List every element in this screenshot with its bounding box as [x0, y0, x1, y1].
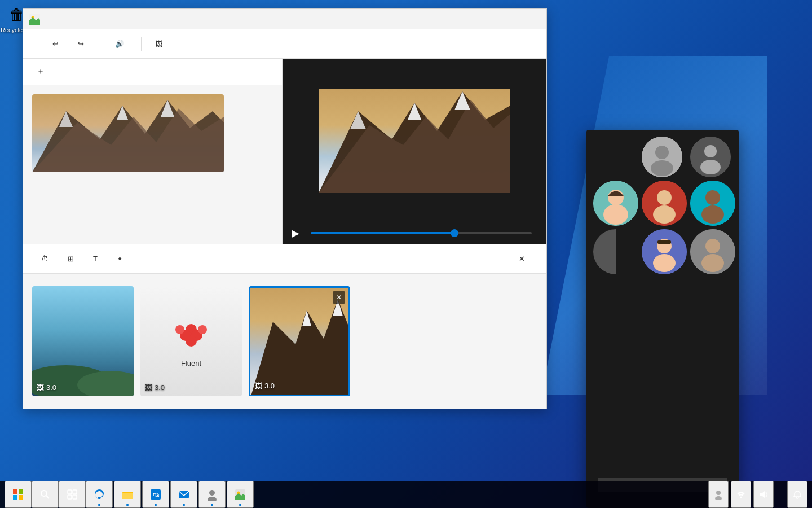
- separator-2: [141, 37, 142, 51]
- svg-rect-58: [73, 495, 77, 499]
- panel-header: ＋: [23, 59, 282, 85]
- content-area: ＋: [23, 59, 546, 244]
- right-panel: ▶: [283, 59, 546, 244]
- duration-icon: ⏱: [41, 255, 48, 263]
- undo-button[interactable]: ↩: [46, 36, 69, 51]
- app-icon: [29, 14, 40, 25]
- svg-point-37: [657, 190, 672, 205]
- start-button[interactable]: [5, 481, 32, 508]
- task-view-button[interactable]: [59, 481, 86, 508]
- volume-icon[interactable]: [753, 481, 774, 508]
- svg-point-41: [701, 205, 724, 224]
- taskbar: 🛍: [0, 481, 812, 508]
- remove-button[interactable]: ✕: [512, 251, 535, 266]
- photos-button[interactable]: [227, 481, 254, 508]
- people-button[interactable]: [198, 481, 226, 508]
- avatar-cyan: [690, 181, 735, 226]
- preview-area: [283, 59, 546, 222]
- svg-rect-52: [19, 495, 23, 500]
- add-photos-button[interactable]: ＋: [32, 64, 52, 79]
- filmstrip: 🖼 3.0 Fluent: [23, 273, 546, 409]
- export-icon: 🖼: [155, 40, 162, 48]
- svg-point-22: [198, 325, 207, 334]
- svg-point-20: [186, 335, 197, 347]
- search-button[interactable]: [32, 481, 59, 508]
- svg-rect-45: [657, 240, 671, 244]
- main-thumbnail[interactable]: [32, 94, 224, 172]
- taskbar-apps: 🛍: [86, 481, 708, 508]
- export-button[interactable]: 🖼: [148, 36, 173, 51]
- left-panel: ＋: [23, 59, 283, 244]
- svg-point-69: [715, 496, 722, 500]
- avatar-group-partial: [593, 229, 616, 274]
- svg-point-53: [41, 491, 47, 496]
- people-taskbar-icon[interactable]: [708, 481, 729, 508]
- svg-point-31: [704, 145, 717, 157]
- svg-point-64: [209, 490, 215, 496]
- svg-point-35: [603, 204, 628, 225]
- scrubber-thumb[interactable]: [451, 229, 458, 237]
- playback-bar: ▶: [283, 222, 546, 244]
- toolbar: ↩ ↪ 🔊 🖼: [23, 29, 546, 59]
- svg-rect-60: [122, 493, 133, 499]
- music-button[interactable]: 🔊: [108, 36, 134, 51]
- avatar-group-2: [690, 229, 735, 274]
- redo-button[interactable]: ↪: [71, 36, 94, 51]
- svg-point-32: [700, 160, 721, 174]
- title-bar: [23, 9, 546, 29]
- text-button[interactable]: T: [86, 251, 108, 266]
- taskbar-clock[interactable]: [776, 481, 785, 508]
- filmstrip-duration-1: 🖼 3.0: [37, 383, 56, 392]
- svg-point-68: [716, 491, 721, 495]
- store-button[interactable]: 🛍: [142, 481, 169, 508]
- svg-point-70: [740, 497, 742, 498]
- network-icon[interactable]: [731, 481, 751, 508]
- file-explorer-button[interactable]: [114, 481, 141, 508]
- svg-text:🛍: 🛍: [153, 491, 160, 498]
- avatar-1: [642, 137, 682, 177]
- window-controls: [463, 9, 541, 29]
- scrubber[interactable]: [311, 232, 532, 234]
- filmstrip-item-3[interactable]: ✕ 🖼 3.0: [249, 286, 350, 396]
- edge-button[interactable]: [86, 481, 113, 508]
- remove-icon: ✕: [519, 255, 525, 263]
- svg-line-54: [46, 496, 49, 498]
- svg-rect-49: [13, 489, 17, 494]
- svg-rect-57: [68, 495, 72, 499]
- filmstrip-item-2[interactable]: Fluent 🖼 3.0: [140, 286, 242, 396]
- text-icon: T: [93, 255, 98, 263]
- svg-point-38: [653, 205, 676, 224]
- mail-button[interactable]: [170, 481, 197, 508]
- separator-1: [101, 37, 102, 51]
- redo-icon: ↪: [78, 40, 84, 48]
- filters-button[interactable]: ⊞: [61, 251, 84, 266]
- maximize-button[interactable]: [489, 9, 515, 29]
- collapse-button[interactable]: [264, 69, 273, 74]
- minimize-button[interactable]: [463, 9, 489, 29]
- svg-point-29: [651, 160, 673, 176]
- fluent-icon: [174, 316, 208, 354]
- bottom-toolbar: ⏱ ⊞ T ✦ ✕: [23, 244, 546, 273]
- close-button[interactable]: [515, 9, 541, 29]
- motion-icon: ✦: [117, 255, 123, 263]
- svg-point-21: [175, 325, 184, 334]
- avatar-red: [642, 181, 687, 226]
- avatar-woman: [593, 181, 638, 226]
- svg-point-65: [208, 497, 217, 501]
- filmstrip-item-1[interactable]: 🖼 3.0: [32, 286, 134, 396]
- undo-icon: ↩: [52, 40, 59, 48]
- add-icon: ＋: [37, 67, 45, 77]
- duration-button[interactable]: ⏱: [34, 251, 59, 266]
- play-button[interactable]: ▶: [292, 227, 299, 239]
- avatar-purple: [642, 229, 687, 274]
- svg-point-40: [705, 190, 720, 205]
- svg-point-44: [653, 254, 676, 272]
- remove-item-button[interactable]: ✕: [333, 291, 345, 304]
- notification-button[interactable]: [787, 481, 807, 508]
- filmstrip-duration-2: 🖼 3.0: [145, 383, 165, 392]
- motion-button[interactable]: ✦: [110, 251, 133, 266]
- svg-point-47: [705, 239, 720, 253]
- svg-point-28: [655, 146, 669, 159]
- avatar-grid: [586, 130, 739, 455]
- more-button[interactable]: [175, 41, 188, 47]
